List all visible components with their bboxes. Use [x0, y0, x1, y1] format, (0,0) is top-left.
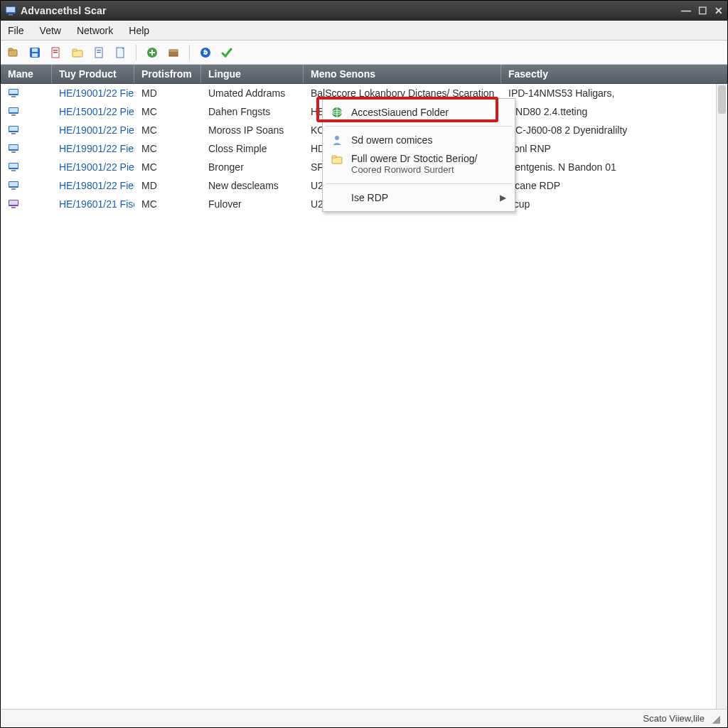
scroll-thumb[interactable] — [718, 85, 726, 114]
col-fasectly[interactable]: Fasectly — [501, 65, 727, 83]
tb-ok-icon[interactable] — [218, 44, 235, 61]
svg-rect-33 — [9, 145, 18, 149]
ctx-ise-rdp[interactable]: Ise RDP ▶ — [324, 187, 513, 208]
tb-folder-icon[interactable] — [69, 44, 86, 61]
cell-name: HE/19801/22 Fiee — [52, 176, 134, 195]
tb-add-icon[interactable] — [144, 44, 161, 61]
data-grid: HE/19001/22 Fiest MD Umated Addrams BalS… — [1, 84, 727, 709]
tb-box-icon[interactable] — [165, 44, 182, 61]
svg-rect-10 — [53, 52, 58, 53]
svg-rect-6 — [32, 48, 38, 52]
svg-rect-39 — [9, 182, 18, 186]
cell-lingue: New descleams — [201, 176, 304, 195]
vertical-scrollbar[interactable] — [716, 84, 727, 709]
cell-product: MC — [134, 102, 201, 121]
folder-icon — [330, 153, 344, 166]
menubar: File Vetw Network Help — [1, 21, 727, 41]
cell-name: HE/19001/22 Pies — [52, 158, 134, 176]
window-controls: — ☐ ✕ — [681, 5, 723, 16]
monitor-icon — [8, 87, 19, 99]
cell-lingue: Bronger — [201, 158, 304, 176]
monitor-icon — [8, 161, 19, 173]
svg-rect-2 — [9, 14, 13, 16]
col-protisfrom[interactable]: Protisfrom — [134, 65, 201, 83]
tb-sep-1 — [136, 45, 136, 60]
tb-save-icon[interactable] — [26, 44, 43, 61]
close-button[interactable]: ✕ — [714, 5, 723, 16]
status-text: Scato Viiew,lile — [643, 713, 705, 724]
svg-rect-4 — [9, 48, 13, 50]
svg-rect-42 — [9, 200, 18, 205]
cell-name: HE/19601/21 Fise — [52, 195, 134, 213]
menu-file[interactable]: File — [5, 23, 27, 38]
col-lingue[interactable]: Lingue — [201, 65, 304, 83]
tb-pagenew-icon[interactable] — [112, 44, 129, 61]
window-title: Advancethsl Scar — [21, 5, 681, 16]
cell-product: MC — [134, 195, 201, 213]
maximize-button[interactable]: ☐ — [698, 5, 707, 16]
ctx-owern-comices[interactable]: Sd owern comices — [324, 129, 513, 151]
menu-help[interactable]: Help — [126, 23, 152, 38]
ctx-label: AccestSiauend Folder — [351, 107, 506, 118]
cell-product: MD — [134, 176, 201, 195]
cell-lingue: Umated Addrams — [201, 84, 304, 102]
svg-rect-28 — [11, 114, 16, 116]
cell-fasect: Sentgenis. N Bandon 01 — [501, 158, 727, 176]
col-product[interactable]: Tuy Product — [52, 65, 134, 83]
cell-fasect: IPD-14NMS53 Haligars, — [501, 84, 727, 102]
tb-open-icon[interactable] — [5, 44, 22, 61]
svg-rect-30 — [9, 127, 18, 131]
minimize-button[interactable]: — — [681, 5, 691, 16]
svg-point-46 — [335, 136, 339, 140]
toolbar — [1, 41, 727, 65]
cell-name: HE/19001/22 Piesp — [52, 121, 134, 139]
menu-network[interactable]: Network — [74, 23, 116, 38]
cell-lingue: Closs Rimple — [201, 139, 304, 158]
ctx-label: Sd owern comices — [351, 134, 506, 146]
cell-fasect: Scane RDP — [501, 176, 727, 195]
globe-icon — [330, 106, 344, 119]
cell-product: MC — [134, 139, 201, 158]
ctx-sublabel: Coored Ronword Surdert — [351, 164, 477, 175]
svg-rect-24 — [9, 90, 18, 94]
monitor-alt-icon — [8, 198, 19, 210]
statusbar: Scato Viiew,lile — [1, 709, 727, 727]
svg-rect-40 — [11, 188, 16, 190]
svg-rect-37 — [11, 170, 16, 171]
cell-product: MC — [134, 121, 201, 139]
col-senons[interactable]: Meno Senons — [304, 65, 501, 83]
monitor-icon — [8, 143, 19, 154]
svg-rect-19 — [149, 52, 155, 53]
tb-pageblue-icon[interactable] — [90, 44, 107, 61]
svg-rect-31 — [11, 133, 16, 134]
svg-rect-36 — [9, 164, 18, 168]
menu-view[interactable]: Vetw — [37, 23, 64, 38]
cell-lingue: Fulover — [201, 195, 304, 213]
tb-sep-2 — [189, 45, 190, 60]
monitor-icon — [8, 180, 19, 191]
svg-rect-21 — [169, 50, 178, 52]
cell-name: HE/15001/22 Pielts — [52, 102, 134, 121]
monitor-icon — [8, 106, 19, 117]
cell-fasect: CC-J600-08 2 Dyenidralilty — [501, 121, 727, 139]
ctx-sep — [326, 126, 512, 127]
column-headers: Mane Tuy Product Protisfrom Lingue Meno … — [1, 65, 727, 84]
svg-rect-1 — [6, 7, 15, 12]
app-window: Advancethsl Scar — ☐ ✕ File Vetw Network… — [0, 0, 728, 728]
resize-grip[interactable] — [710, 714, 720, 724]
cell-fasect: oonl RNP — [501, 139, 727, 158]
chevron-right-icon: ▶ — [500, 193, 506, 203]
ctx-access-folder[interactable]: AccestSiauend Folder — [324, 102, 513, 123]
tb-refresh-icon[interactable] — [197, 44, 214, 61]
user-icon — [330, 134, 344, 146]
cell-product: MD — [134, 84, 201, 102]
svg-rect-9 — [53, 50, 58, 51]
col-name[interactable]: Mane — [1, 65, 52, 83]
ctx-sep — [326, 183, 512, 184]
svg-rect-16 — [117, 48, 124, 58]
svg-rect-34 — [11, 151, 16, 153]
tb-docred-icon[interactable] — [48, 44, 65, 61]
svg-rect-43 — [11, 207, 16, 208]
ctx-label: Ise RDP — [351, 192, 493, 203]
ctx-full-owere[interactable]: Full owere Dr Stoctic Beriog/ Coored Ron… — [324, 151, 513, 181]
